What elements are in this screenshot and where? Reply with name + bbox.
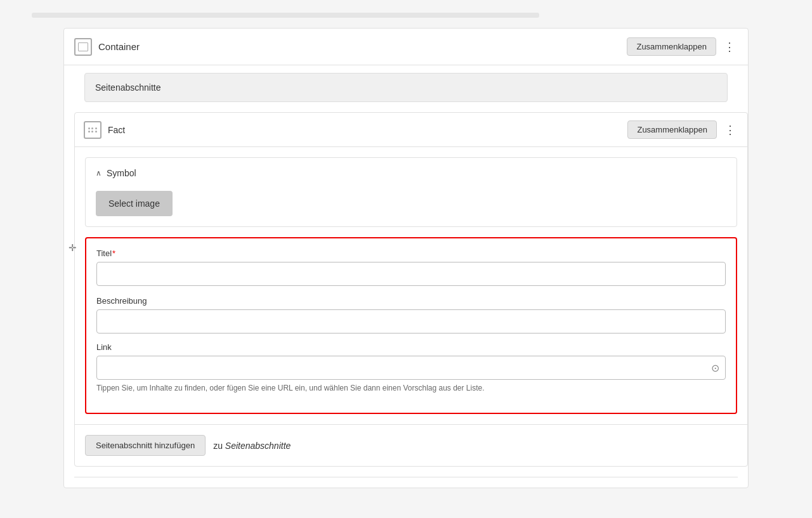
- titel-form-area: Titel* Beschreibung: [85, 237, 737, 414]
- beschreibung-field-group: Beschreibung: [96, 296, 726, 333]
- seitenabschnitte-title: Seitenabschnitte: [95, 82, 161, 93]
- drag-handle-form[interactable]: ✛: [69, 242, 77, 254]
- titel-field-group: Titel*: [96, 249, 726, 286]
- container-icon: [74, 38, 92, 56]
- link-input-wrapper: ⊙: [96, 356, 726, 380]
- beschreibung-label: Beschreibung: [96, 296, 726, 306]
- fact-more-icon: ⋮: [724, 124, 736, 136]
- container-title: Container: [98, 41, 627, 52]
- select-image-button[interactable]: Select image: [96, 191, 173, 216]
- link-input[interactable]: [96, 356, 726, 380]
- more-icon: ⋮: [724, 41, 735, 53]
- link-field-group: Link ⊙ Tippen Sie, um Inhalte zu finden,…: [96, 342, 726, 392]
- seitenabschnitte-section: Seitenabschnitte: [84, 73, 728, 102]
- link-search-icon: ⊙: [711, 362, 719, 374]
- required-star: *: [112, 249, 115, 258]
- symbol-title: Symbol: [107, 168, 136, 178]
- link-hint: Tippen Sie, um Inhalte zu finden, oder f…: [96, 384, 726, 392]
- container-collapse-button[interactable]: Zusammenklappen: [627, 37, 716, 56]
- symbol-chevron-icon: ∧: [96, 169, 102, 178]
- fact-header: Fact Zusammenklappen ⋮: [75, 113, 747, 147]
- add-section-label: zu Seitenabschnitte: [213, 441, 291, 451]
- container-more-button[interactable]: ⋮: [721, 39, 738, 55]
- symbol-section: ∧ Symbol Select image: [85, 157, 737, 227]
- bottom-section: Seitenabschnitt hinzufügen zu Seitenabsc…: [75, 425, 747, 466]
- link-label: Link: [96, 342, 726, 352]
- container-header: Container Zusammenklappen ⋮: [64, 29, 748, 65]
- fact-collapse-button[interactable]: Zusammenklappen: [627, 120, 717, 139]
- add-section-button[interactable]: Seitenabschnitt hinzufügen: [85, 435, 206, 456]
- fact-icon: [84, 121, 102, 139]
- fact-more-button[interactable]: ⋮: [722, 122, 738, 138]
- symbol-header[interactable]: ∧ Symbol: [96, 168, 726, 178]
- beschreibung-input[interactable]: [96, 309, 726, 333]
- fact-title: Fact: [108, 125, 627, 135]
- titel-label: Titel*: [96, 249, 726, 258]
- fact-block: Fact Zusammenklappen ⋮ ∧ Symbol: [74, 112, 748, 467]
- titel-input[interactable]: [96, 262, 726, 286]
